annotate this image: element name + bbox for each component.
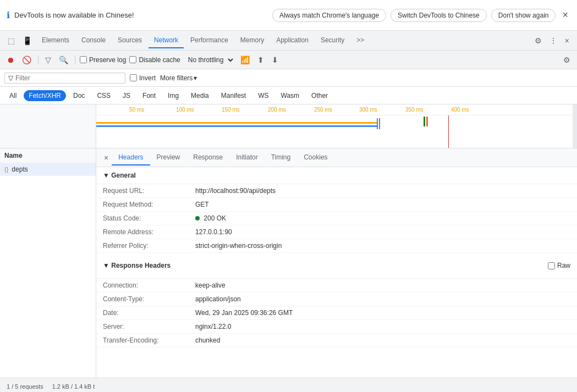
preserve-log-text: Preserve log <box>89 56 126 64</box>
type-btn-img[interactable]: Img <box>163 90 184 101</box>
device-toolbar-icon[interactable]: 📱 <box>19 34 35 47</box>
switch-devtools-button[interactable]: Switch DevTools to Chinese <box>391 9 487 22</box>
timeline-right-panel: 50 ms 100 ms 150 ms 200 ms 250 ms 300 ms… <box>96 104 577 148</box>
referrer-value: strict-origin-when-cross-origin <box>195 242 570 250</box>
requests-header: Name <box>0 148 96 163</box>
search-icon[interactable]: 🔍 <box>57 54 70 65</box>
tab-performance[interactable]: Performance <box>185 33 234 48</box>
tab-more[interactable]: >> <box>351 33 370 48</box>
timeline-area: 50 ms 100 ms 150 ms 200 ms 250 ms 300 ms… <box>0 104 577 148</box>
raw-label: Raw <box>557 262 570 269</box>
url-value: http://localhost:90/api/depts <box>195 187 570 195</box>
tab-console[interactable]: Console <box>76 33 111 48</box>
tab-elements[interactable]: Elements <box>36 33 75 48</box>
timeline-marker-orange <box>426 117 428 126</box>
tab-network[interactable]: Network <box>149 33 184 48</box>
url-key: Request URL: <box>103 187 191 195</box>
network-toolbar: ⏺ 🚫 ▽ 🔍 Preserve log Disable cache No th… <box>0 51 577 69</box>
throttling-select-wrap: No throttling <box>184 54 235 65</box>
timeline-left-panel <box>0 104 96 148</box>
tick-300ms: 300 ms <box>359 107 377 113</box>
type-btn-wasm[interactable]: Wasm <box>276 90 305 101</box>
type-btn-fetch-xhr[interactable]: Fetch/XHR <box>24 90 66 101</box>
detail-tab-initiator[interactable]: Initiator <box>229 150 264 165</box>
disable-cache-label[interactable]: Disable cache <box>129 56 180 64</box>
details-content: ▼ General Request URL: http://localhost:… <box>96 167 577 378</box>
server-key: Server: <box>103 323 191 330</box>
tab-security[interactable]: Security <box>315 33 350 48</box>
detail-tab-response[interactable]: Response <box>186 150 229 165</box>
timeline-bar-blue <box>96 125 377 127</box>
match-language-button[interactable]: Always match Chrome's language <box>272 9 386 22</box>
date-key: Date: <box>103 309 191 317</box>
detail-row-referrer: Referrer Policy: strict-origin-when-cros… <box>96 239 577 253</box>
filter-input[interactable] <box>15 74 122 82</box>
notification-bar: ℹ DevTools is now available in Chinese! … <box>0 0 577 31</box>
throttling-select[interactable]: No throttling <box>184 54 235 65</box>
remote-key: Remote Address: <box>103 228 191 236</box>
server-value: nginx/1.22.0 <box>195 323 570 330</box>
raw-checkbox-label[interactable]: Raw <box>548 262 570 269</box>
type-btn-ws[interactable]: WS <box>253 90 273 101</box>
detail-row-date: Date: Wed, 29 Jan 2025 09:36:26 GMT <box>96 306 577 320</box>
disable-cache-checkbox[interactable] <box>129 56 136 63</box>
notification-close-button[interactable]: × <box>560 9 570 21</box>
details-panel: × Headers Preview Response Initiator Tim… <box>96 148 577 378</box>
preserve-log-label[interactable]: Preserve log <box>80 56 126 64</box>
dont-show-again-button[interactable]: Don't show again <box>491 9 556 22</box>
detail-tab-cookies[interactable]: Cookies <box>297 150 334 165</box>
timeline-scrollbar[interactable] <box>573 104 577 148</box>
clear-button[interactable]: 🚫 <box>20 54 34 65</box>
general-section-header[interactable]: ▼ General <box>96 167 577 184</box>
more-options-icon[interactable]: ⋮ <box>546 34 560 47</box>
detail-tab-headers[interactable]: Headers <box>112 150 150 165</box>
tick-400ms: 400 ms <box>451 107 469 113</box>
connection-value: keep-alive <box>195 281 570 289</box>
more-filters-button[interactable]: More filters ▾ <box>160 74 197 82</box>
details-close-button[interactable]: × <box>101 153 112 162</box>
type-btn-css[interactable]: CSS <box>92 90 116 101</box>
tick-250ms: 250 ms <box>314 107 332 113</box>
record-button[interactable]: ⏺ <box>4 54 17 65</box>
type-btn-all[interactable]: All <box>4 90 21 101</box>
inspect-element-icon[interactable]: ⬚ <box>4 34 18 47</box>
detail-row-remote: Remote Address: 127.0.0.1:90 <box>96 225 577 239</box>
type-btn-media[interactable]: Media <box>186 90 214 101</box>
tab-sources[interactable]: Sources <box>112 33 147 48</box>
filter-icon[interactable]: ▽ <box>43 54 53 65</box>
tab-application[interactable]: Application <box>271 33 314 48</box>
filter-funnel-icon: ▽ <box>8 74 13 82</box>
timeline-marker-blue2 <box>379 118 380 129</box>
type-btn-manifest[interactable]: Manifest <box>216 90 251 101</box>
type-btn-other[interactable]: Other <box>306 90 333 101</box>
tick-150ms: 150 ms <box>222 107 240 113</box>
invert-checkbox[interactable] <box>130 74 137 81</box>
upload-icon[interactable]: ⬆ <box>255 54 266 65</box>
type-btn-js[interactable]: JS <box>118 90 135 101</box>
request-name-depts: depts <box>12 165 28 173</box>
status-key: Status Code: <box>103 214 191 222</box>
tab-memory[interactable]: Memory <box>235 33 270 48</box>
response-headers-toggle[interactable]: ▼ Response Headers <box>103 257 541 274</box>
type-btn-font[interactable]: Font <box>138 90 161 101</box>
close-devtools-button[interactable]: × <box>562 34 573 47</box>
timeline-marker-green <box>424 117 425 126</box>
network-settings-icon[interactable]: ⚙ <box>561 54 573 65</box>
preserve-log-checkbox[interactable] <box>80 56 87 63</box>
detail-tab-preview[interactable]: Preview <box>150 150 187 165</box>
toolbar-separator-1 <box>38 56 39 64</box>
request-item-depts[interactable]: {} depts <box>0 163 96 176</box>
info-icon: ℹ <box>7 10 10 20</box>
invert-checkbox-label[interactable]: Invert <box>130 74 156 82</box>
status-value: 200 OK <box>195 214 570 222</box>
download-icon[interactable]: ⬇ <box>270 54 281 65</box>
timeline-marker-blue <box>377 118 378 129</box>
status-text: 200 OK <box>204 214 226 222</box>
raw-checkbox[interactable] <box>548 262 555 269</box>
wifi-icon[interactable]: 📶 <box>238 54 252 65</box>
settings-icon[interactable]: ⚙ <box>531 34 545 47</box>
detail-tab-timing[interactable]: Timing <box>265 150 298 165</box>
name-column-header: Name <box>4 152 23 159</box>
filter-input-wrap: ▽ <box>4 73 125 84</box>
type-btn-doc[interactable]: Doc <box>68 90 90 101</box>
